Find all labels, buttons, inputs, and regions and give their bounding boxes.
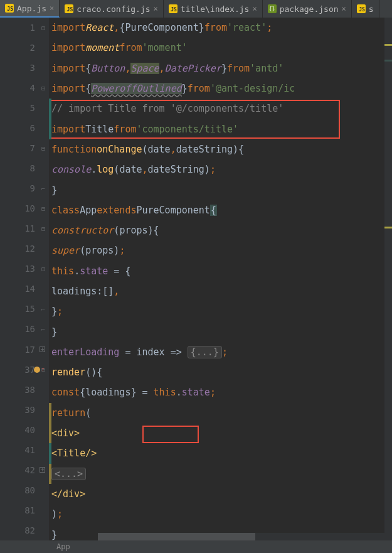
code-line[interactable]: super(props); [51, 240, 392, 260]
change-marker [49, 119, 51, 139]
fold-icon[interactable]: ⊟ [41, 225, 45, 232]
code-line[interactable]: import {Button, Space, DatePicker} from … [51, 58, 392, 78]
code-line[interactable]: // import Title from '@/components/title… [51, 99, 392, 119]
code-editor[interactable]: 1⊟ 2 3 4⊟ 5 6 7⊟ 8 9⌐ 10⊟ 11⊟ 12 13⊟ 14 … [0, 18, 392, 540]
line-number: 9⌐ [0, 178, 49, 198]
line-number: 2 [0, 38, 49, 58]
code-line[interactable]: }; [51, 301, 392, 321]
fold-icon[interactable]: ⊟ [41, 145, 45, 152]
line-number: 39 [0, 400, 49, 420]
minimap[interactable] [384, 18, 392, 540]
tab-partial[interactable]: JS s [352, 0, 379, 18]
minimap-marker [384, 44, 392, 46]
fold-expand-icon[interactable]: + [40, 467, 45, 473]
fold-expand-icon[interactable]: + [40, 346, 45, 352]
code-line[interactable]: <Title/> [51, 443, 392, 463]
line-number: 13⊟ [0, 259, 49, 279]
code-line[interactable]: <div> [51, 423, 392, 443]
line-number: 42+ [0, 460, 49, 480]
code-line[interactable]: import moment from 'moment' [51, 38, 392, 58]
js-icon: JS [65, 4, 73, 13]
tab-package-json[interactable]: {} package.json × [263, 0, 352, 18]
code-line[interactable]: return ( [51, 403, 392, 423]
code-area[interactable]: import React, {PureComponent} from 'reac… [49, 18, 392, 540]
code-line[interactable]: import { PoweroffOutlined } from '@ant-d… [51, 78, 392, 99]
vcs-change-icon[interactable] [34, 367, 40, 373]
code-line[interactable]: console.log(date, dateString); [51, 159, 392, 180]
js-icon: JS [357, 4, 366, 13]
js-icon: JS [5, 4, 14, 13]
line-number: 3 [0, 58, 49, 78]
line-number: 17+ [0, 340, 49, 360]
gutter: 1⊟ 2 3 4⊟ 5 6 7⊟ 8 9⌐ 10⊟ 11⊟ 12 13⊟ 14 … [0, 18, 49, 540]
code-line[interactable]: } [51, 321, 392, 341]
horizontal-scrollbar[interactable] [98, 533, 384, 540]
line-number: 81 [0, 500, 49, 520]
line-number: 80 [0, 480, 49, 500]
tab-label: craco.config.js [77, 4, 150, 14]
breadcrumb[interactable]: App [56, 542, 70, 551]
code-line[interactable]: </div> [51, 484, 392, 504]
code-line[interactable]: const { loadings } = this.state; [51, 382, 392, 402]
code-line[interactable]: enterLoading = index => {...}; [51, 342, 392, 362]
code-line[interactable]: <...> [51, 464, 392, 484]
line-number: 8 [0, 158, 49, 178]
close-icon[interactable]: × [154, 4, 158, 13]
close-icon[interactable]: × [252, 4, 257, 13]
minimap-marker [384, 60, 392, 62]
line-number: 40 [0, 420, 49, 440]
tab-label: s [369, 4, 374, 14]
tab-craco[interactable]: JS craco.config.js × [60, 0, 164, 18]
code-line[interactable]: this.state = { [51, 261, 392, 281]
line-number: 38 [0, 380, 49, 400]
change-marker [49, 464, 51, 484]
line-number: 15⌐ [0, 299, 49, 319]
change-marker [49, 423, 51, 443]
line-number: 5 [0, 98, 49, 118]
fold-icon[interactable]: ⊟ [41, 366, 45, 373]
code-line[interactable]: loadings: [], [51, 281, 392, 301]
minimap-marker [384, 227, 392, 228]
line-number: 11⊟ [0, 218, 49, 239]
code-line[interactable]: ); [51, 504, 392, 524]
code-line[interactable]: } [51, 180, 392, 200]
folded-region[interactable]: {...} [188, 346, 222, 358]
code-line[interactable]: import Title from 'components/title' [51, 119, 392, 139]
tab-label: package.json [280, 4, 339, 14]
close-icon[interactable]: × [342, 4, 346, 13]
tab-label: App.js [17, 4, 46, 13]
line-number: ↑37⊟ [0, 360, 49, 380]
change-marker [49, 99, 51, 119]
line-number: 41 [0, 440, 49, 460]
code-line[interactable]: render() { [51, 362, 392, 382]
close-icon[interactable]: × [50, 4, 54, 13]
fold-end-icon[interactable]: ⌐ [41, 326, 45, 333]
code-line[interactable]: constructor(props) { [51, 220, 392, 240]
scrollbar-thumb[interactable] [98, 533, 255, 540]
code-line[interactable]: class App extends PureComponent { [51, 200, 392, 220]
tab-app-js[interactable]: JS App.js × [0, 0, 60, 18]
line-number: 4⊟ [0, 78, 49, 98]
line-number: 7⊟ [0, 138, 49, 158]
code-line[interactable]: function onChange(date, dateString) { [51, 139, 392, 159]
fold-icon[interactable]: ⊟ [41, 266, 45, 272]
tab-label: title\index.js [181, 4, 250, 14]
line-number: 82 [0, 520, 49, 540]
line-number: 1⊟ [0, 18, 49, 38]
json-icon: {} [268, 4, 277, 13]
fold-icon[interactable]: ⊟ [41, 85, 45, 92]
fold-icon[interactable]: ⊟ [41, 205, 45, 212]
fold-end-icon[interactable]: ⌐ [41, 306, 45, 313]
change-marker [49, 443, 51, 463]
line-number: 10⊟ [0, 198, 49, 218]
line-number: 6 [0, 118, 49, 138]
line-number: 14 [0, 279, 49, 299]
tab-title-index[interactable]: JS title\index.js × [164, 0, 263, 18]
fold-end-icon[interactable]: ⌐ [41, 185, 45, 192]
breadcrumb-bar: App [0, 540, 392, 553]
code-line[interactable]: import React, {PureComponent} from 'reac… [51, 18, 392, 38]
fold-icon[interactable]: ⊟ [41, 24, 45, 31]
line-number: 12 [0, 239, 49, 259]
change-marker [49, 403, 51, 423]
folded-region[interactable]: <...> [51, 468, 86, 480]
